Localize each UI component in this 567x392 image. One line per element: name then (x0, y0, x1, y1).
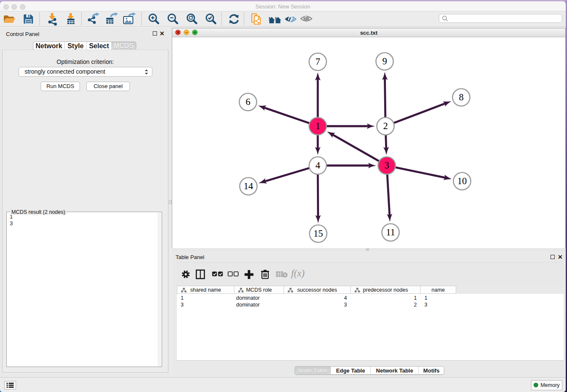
svg-text:2: 2 (383, 121, 388, 131)
svg-text:8: 8 (459, 92, 463, 102)
svg-text:1: 1 (315, 121, 320, 131)
svg-text:3: 3 (384, 160, 389, 171)
svg-text:10: 10 (457, 176, 467, 186)
svg-text:14: 14 (244, 181, 253, 191)
svg-text:11: 11 (386, 227, 395, 237)
svg-text:7: 7 (315, 56, 320, 67)
svg-text:9: 9 (382, 56, 387, 66)
svg-text:6: 6 (245, 97, 250, 107)
svg-text:15: 15 (314, 228, 323, 239)
svg-text:4: 4 (315, 160, 320, 171)
